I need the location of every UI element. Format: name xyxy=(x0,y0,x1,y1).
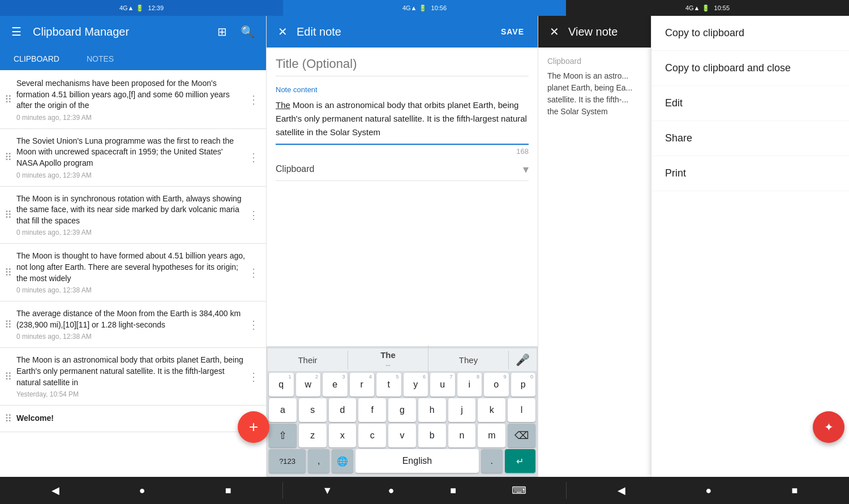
suggestion-3[interactable]: They xyxy=(428,351,509,369)
drag-handle-icon: ⠿ xyxy=(5,371,12,383)
key-z[interactable]: z xyxy=(299,424,327,447)
tabs-bar: CLIPBOARD NOTES xyxy=(0,48,266,71)
edit-content-area: Note content The Moon is an astronomical… xyxy=(267,48,538,346)
key-m[interactable]: m xyxy=(478,424,505,447)
item-text: The average distance of the Moon from th… xyxy=(16,308,246,330)
item-menu-icon[interactable]: ⋮ xyxy=(246,368,261,386)
key-w[interactable]: 2w xyxy=(296,373,321,397)
search-icon[interactable]: 🔍 xyxy=(238,23,257,41)
list-item[interactable]: ⠿ Several mechanisms have been proposed … xyxy=(0,71,266,129)
item-text: The Moon is in synchronous rotation with… xyxy=(16,193,246,227)
key-r[interactable]: 4r xyxy=(350,373,375,397)
copy-to-clipboard-close-item[interactable]: Copy to clipboard and close xyxy=(651,51,849,86)
key-v[interactable]: v xyxy=(388,424,416,447)
app-title: Clipboard Manager xyxy=(33,25,206,38)
list-item[interactable]: ⠿ The Moon is in synchronous rotation wi… xyxy=(0,187,266,244)
category-dropdown[interactable]: Clipboard ▾ xyxy=(276,162,529,181)
item-meta: Yesterday, 10:54 PM xyxy=(16,390,246,398)
list-item[interactable]: ⠿ The Moon is an astronomical body that … xyxy=(0,348,266,406)
list-item[interactable]: ⠿ The Moon is thought to have formed abo… xyxy=(0,244,266,301)
status-bars: 4G▲ 🔋 12:39 4G▲ 🔋 10:56 4G▲ 🔋 10:55 xyxy=(0,0,849,16)
key-b[interactable]: b xyxy=(418,424,446,447)
item-text: Several mechanisms have been proposed fo… xyxy=(16,78,246,111)
list-item[interactable]: ⠿ The Soviet Union's Luna programme was … xyxy=(0,129,266,187)
backspace-key[interactable]: ⌫ xyxy=(508,424,535,447)
item-meta: 0 minutes ago, 12:39 AM xyxy=(16,171,246,179)
shift-key[interactable]: ⇧ xyxy=(269,424,297,447)
comma-key[interactable]: , xyxy=(308,449,329,473)
view-panel-title: View note xyxy=(568,25,642,38)
key-y[interactable]: 6y xyxy=(404,373,428,397)
item-menu-icon[interactable]: ⋮ xyxy=(246,91,261,109)
recents-button-2[interactable]: ■ xyxy=(445,483,461,499)
home-button-3[interactable]: ● xyxy=(701,483,716,499)
item-menu-icon[interactable]: ⋮ xyxy=(246,316,261,334)
key-h[interactable]: h xyxy=(418,398,446,422)
share-item[interactable]: Share xyxy=(651,121,849,156)
key-i[interactable]: 8i xyxy=(457,373,482,397)
key-f[interactable]: f xyxy=(358,398,386,422)
key-q[interactable]: 1q xyxy=(269,373,294,397)
tab-clipboard[interactable]: CLIPBOARD xyxy=(0,48,73,71)
list-item[interactable]: ⠿ Welcome! xyxy=(0,406,266,432)
key-d[interactable]: d xyxy=(329,398,357,422)
action-fab-button[interactable]: ✦ xyxy=(813,411,844,443)
status-bar-2: 4G▲ 🔋 10:56 xyxy=(283,0,566,16)
back-button-3[interactable]: ◀ xyxy=(613,482,630,499)
key-t[interactable]: 5t xyxy=(376,373,401,397)
mic-icon[interactable]: 🎤 xyxy=(509,353,537,367)
recents-button-1[interactable]: ■ xyxy=(221,483,236,499)
key-l[interactable]: l xyxy=(508,398,535,422)
save-button[interactable]: SAVE xyxy=(496,25,529,38)
recents-button-3[interactable]: ■ xyxy=(787,483,803,499)
edit-item[interactable]: Edit xyxy=(651,86,849,121)
close-view-icon[interactable]: ✕ xyxy=(547,23,561,41)
key-g[interactable]: g xyxy=(388,398,416,422)
note-text-content[interactable]: The Moon is an astronomical body that or… xyxy=(276,98,529,145)
back-button-1[interactable]: ◀ xyxy=(47,482,64,499)
print-item[interactable]: Print xyxy=(651,156,849,191)
space-key[interactable]: English xyxy=(355,449,478,473)
item-text: Welcome! xyxy=(16,413,261,424)
keyboard-row-3: ⇧ z x c v b n m ⌫ xyxy=(269,424,535,447)
item-menu-icon[interactable]: ⋮ xyxy=(246,148,261,166)
item-meta: 0 minutes ago, 12:38 AM xyxy=(16,286,246,294)
key-c[interactable]: c xyxy=(358,424,386,447)
close-icon[interactable]: ✕ xyxy=(276,23,290,41)
globe-icon[interactable]: 🌐 xyxy=(332,449,353,473)
view-note-panel: ✕ View note Clipboard The Moon is an ast… xyxy=(538,16,651,477)
suggestion-2[interactable]: The ··· xyxy=(348,346,428,374)
context-menu: Copy to clipboard Copy to clipboard and … xyxy=(651,16,849,477)
key-k[interactable]: k xyxy=(478,398,505,422)
key-e[interactable]: 3e xyxy=(323,373,348,397)
item-menu-icon[interactable]: ⋮ xyxy=(246,206,261,224)
key-j[interactable]: j xyxy=(448,398,476,422)
menu-icon[interactable]: ☰ xyxy=(9,23,24,41)
key-n[interactable]: n xyxy=(448,424,476,447)
key-a[interactable]: a xyxy=(269,398,297,422)
list-item[interactable]: ⠿ The average distance of the Moon from … xyxy=(0,301,266,348)
signal-3: 4G▲ 🔋 xyxy=(685,5,710,12)
item-menu-icon[interactable]: ⋮ xyxy=(246,264,261,282)
filter-icon[interactable]: ⊞ xyxy=(215,23,229,41)
home-button-1[interactable]: ● xyxy=(135,483,150,499)
suggestion-1[interactable]: Their xyxy=(268,351,348,369)
add-fab-button[interactable]: + xyxy=(238,411,269,443)
key-p[interactable]: 0p xyxy=(511,373,536,397)
keyboard-icon[interactable]: ⌨ xyxy=(507,482,531,499)
home-button-2[interactable]: ● xyxy=(384,483,399,499)
key-x[interactable]: x xyxy=(329,424,357,447)
period-key[interactable]: . xyxy=(481,449,503,473)
key-u[interactable]: 7u xyxy=(430,373,455,397)
tab-notes[interactable]: NOTES xyxy=(73,48,127,71)
title-input[interactable] xyxy=(276,57,529,76)
back-button-2[interactable]: ▼ xyxy=(318,483,337,499)
item-content: Several mechanisms have been proposed fo… xyxy=(16,78,246,122)
key-o[interactable]: 9o xyxy=(484,373,509,397)
key-s[interactable]: s xyxy=(299,398,327,422)
enter-key[interactable]: ↵ xyxy=(505,449,535,473)
symbols-key[interactable]: ?123 xyxy=(269,449,306,473)
time-3: 10:55 xyxy=(714,5,730,11)
copy-to-clipboard-item[interactable]: Copy to clipboard xyxy=(651,16,849,51)
panels-wrapper: ☰ Clipboard Manager ⊞ 🔍 CLIPBOARD NOTES … xyxy=(0,16,849,477)
